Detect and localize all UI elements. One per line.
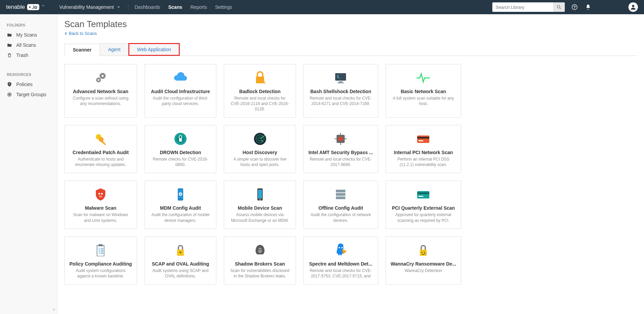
template-desc: A full system scan suitable for any host… <box>391 96 456 106</box>
spectre-icon <box>332 242 349 259</box>
card-orange-icon <box>415 130 431 148</box>
template-card[interactable]: Host DiscoveryA simple scan to discover … <box>224 125 296 173</box>
template-card[interactable]: Credentialed Patch AuditAuthenticate to … <box>64 125 137 173</box>
template-card[interactable]: Offline Config AuditAudit the configurat… <box>303 181 378 229</box>
sidebar-item-target-groups[interactable]: Target Groups <box>0 89 57 100</box>
back-link[interactable]: Back to Scans <box>64 31 97 36</box>
template-desc: WannaCry Detection <box>405 268 442 273</box>
help-icon[interactable]: ? <box>572 4 578 10</box>
sidebar-item-label: Trash <box>16 53 28 58</box>
template-card[interactable]: SCAP and OVAL AuditingAudit systems usin… <box>145 236 217 285</box>
svg-rect-36 <box>417 137 429 139</box>
lock-yellow-icon <box>172 242 189 259</box>
svg-point-63 <box>99 250 100 251</box>
sidebar-item-my-scans[interactable]: My Scans <box>0 30 57 40</box>
tab-web-application[interactable]: Web Application <box>129 43 179 56</box>
svg-rect-60 <box>99 244 103 246</box>
template-card[interactable]: Basic Network ScanA full system scan sui… <box>386 64 461 118</box>
svg-point-68 <box>179 251 181 253</box>
template-card[interactable]: Spectre and Meltdown Det...Remote and lo… <box>303 236 378 285</box>
nav-item-scans[interactable]: Scans <box>168 4 182 10</box>
gears-icon <box>92 69 109 87</box>
sidebar: FOLDERS My ScansAll ScansTrash RESOURCES… <box>0 14 58 314</box>
tab-agent[interactable]: Agent <box>100 43 129 56</box>
template-card[interactable]: Policy Compliance AuditingAudit system c… <box>64 236 137 285</box>
svg-text:?: ? <box>574 5 576 9</box>
shield-icon <box>7 82 12 87</box>
template-card[interactable]: MDM Config AuditAudit the configuration … <box>145 181 217 229</box>
svg-point-1 <box>557 5 560 8</box>
svg-rect-15 <box>339 81 343 83</box>
svg-rect-74 <box>420 250 427 256</box>
template-card[interactable]: PCI Quarterly External ScanApproved for … <box>386 181 461 229</box>
template-card[interactable]: Audit Cloud InfrastructureAudit the conf… <box>145 64 217 118</box>
template-card[interactable]: Mobile Device ScanAssess mobile devices … <box>224 181 296 229</box>
nav-item-dashboards[interactable]: Dashboards <box>134 4 160 10</box>
svg-rect-64 <box>101 251 103 251</box>
template-title: WannaCry Ransomware De... <box>391 261 456 267</box>
svg-rect-37 <box>418 140 423 141</box>
template-desc: Remote checks for CVE-2016-0800. <box>150 156 212 167</box>
template-card[interactable]: Intel AMT Security Bypass ...Remote and … <box>303 125 378 173</box>
sidebar-section-resources: RESOURCES <box>0 70 57 79</box>
folder-icon <box>7 32 12 38</box>
template-desc: A simple scan to discover live hosts and… <box>229 156 291 167</box>
lock-cry-icon <box>415 242 431 259</box>
svg-rect-41 <box>101 196 102 197</box>
nav-item-settings[interactable]: Settings <box>215 4 232 10</box>
brand-logo[interactable]: tenable .io ™ <box>6 4 44 11</box>
template-card[interactable]: Malware ScanScan for malware on Windows … <box>64 181 137 229</box>
svg-rect-55 <box>417 191 429 198</box>
template-title: Advanced Network Scan <box>69 89 132 94</box>
app-switcher[interactable]: Vulnerability Management <box>59 4 120 10</box>
main-nav: DashboardsScansReportsSettings <box>134 4 232 10</box>
svg-point-73 <box>341 247 343 248</box>
svg-point-6 <box>9 83 10 84</box>
template-card[interactable]: DROWN DetectionRemote checks for CVE-201… <box>145 125 217 173</box>
template-title: Intel AMT Security Bypass ... <box>308 150 373 155</box>
template-title: Bash Shellshock Detection <box>308 89 373 94</box>
search-button[interactable] <box>553 2 565 12</box>
svg-point-69 <box>258 248 262 253</box>
template-card[interactable]: $_Bash Shellshock DetectionRemote and lo… <box>303 64 378 118</box>
page-title: Scan Templates <box>64 19 637 29</box>
template-card[interactable]: Internal PCI Network ScanPerform an inte… <box>386 125 461 173</box>
user-avatar[interactable] <box>628 2 638 12</box>
template-desc: Assess mobile devices via Microsoft Exch… <box>229 212 291 223</box>
sidebar-item-all-scans[interactable]: All Scans <box>0 40 57 50</box>
phone-icon <box>252 186 268 203</box>
template-title: SCAP and OVAL Auditing <box>150 261 212 267</box>
template-card[interactable]: Badlock DetectionRemote and local checks… <box>224 64 296 118</box>
template-card[interactable]: Advanced Network ScanConfigure a scan wi… <box>64 64 137 118</box>
template-desc: Remote and local checks for CVE-2014-627… <box>308 96 373 106</box>
template-title: PCI Quarterly External Scan <box>391 205 456 211</box>
svg-line-2 <box>560 8 561 9</box>
svg-rect-40 <box>100 196 100 197</box>
svg-point-71 <box>260 249 261 250</box>
sidebar-item-policies[interactable]: Policies <box>0 79 57 89</box>
template-card[interactable]: WannaCry Ransomware De...WannaCry Detect… <box>386 236 461 285</box>
template-desc: Perform an internal PCI DSS (11.2.1) vul… <box>391 156 456 167</box>
template-title: Internal PCI Network Scan <box>391 150 456 155</box>
nav-item-reports[interactable]: Reports <box>190 4 207 10</box>
template-title: Basic Network Scan <box>391 89 456 94</box>
collapse-sidebar[interactable]: « <box>52 307 55 312</box>
bell-icon[interactable] <box>585 4 591 10</box>
skull-icon <box>92 186 109 203</box>
svg-rect-56 <box>417 192 429 194</box>
search-input[interactable] <box>492 3 553 12</box>
template-desc: Audit the configuration of third-party c… <box>150 96 212 106</box>
svg-rect-66 <box>101 253 103 253</box>
clipboard-icon <box>92 242 109 259</box>
sidebar-item-label: Policies <box>16 82 33 87</box>
svg-rect-47 <box>258 190 262 198</box>
tab-scanner[interactable]: Scanner <box>64 44 100 56</box>
template-desc: Audit the configuration of mobile device… <box>150 212 212 223</box>
template-card[interactable]: Shadow Brokers ScanScan for vulnerabilit… <box>224 236 296 285</box>
svg-rect-13 <box>256 77 264 83</box>
sidebar-item-trash[interactable]: Trash <box>0 50 57 60</box>
terminal-icon: $_ <box>332 69 349 87</box>
template-desc: Configure a scan without using any recom… <box>69 96 132 106</box>
drown-icon <box>172 130 189 148</box>
target-icon <box>7 92 12 97</box>
